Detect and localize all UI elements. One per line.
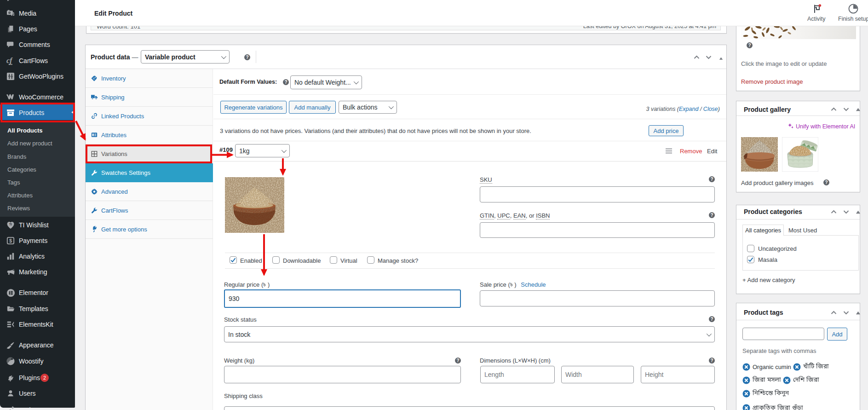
svg-text:$: $: [9, 238, 12, 243]
svg-text:cf: cf: [6, 57, 13, 65]
svg-text:TI: TI: [9, 223, 12, 226]
